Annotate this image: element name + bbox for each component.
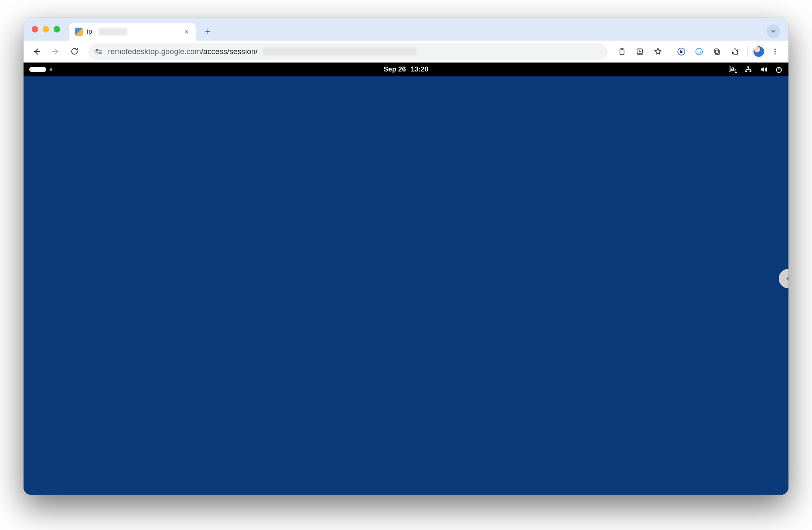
star-icon — [654, 47, 662, 56]
url-redacted-segment — [263, 48, 417, 55]
extensions-button[interactable] — [727, 44, 743, 59]
toolbar-divider — [747, 46, 748, 57]
arrow-left-icon — [32, 47, 41, 56]
svg-point-9 — [700, 50, 701, 51]
svg-point-14 — [774, 53, 775, 54]
svg-rect-10 — [716, 50, 719, 54]
window-close-button[interactable] — [32, 26, 38, 32]
browser-tab-active[interactable]: ip- — [69, 23, 196, 41]
tab-title: ip- — [87, 28, 95, 36]
window-controls — [32, 18, 60, 41]
profile-avatar-button[interactable] — [753, 45, 765, 58]
window-zoom-button[interactable] — [54, 26, 60, 32]
nav-reload-button[interactable] — [67, 44, 82, 59]
workspace-dot-icon — [50, 68, 52, 71]
remote-desktop-canvas[interactable] — [24, 76, 788, 495]
chevron-down-icon — [770, 28, 777, 35]
browser-window: ip- — [24, 18, 788, 495]
reload-icon — [70, 47, 79, 56]
svg-point-7 — [696, 48, 703, 55]
tab-title-redacted — [99, 28, 127, 35]
remote-top-bar: Sep 26 13:20 ja1 — [24, 63, 788, 76]
remote-activities-corner[interactable] — [29, 67, 52, 72]
svg-point-8 — [698, 50, 698, 51]
browser-menu-button[interactable] — [767, 44, 783, 59]
clipboard-button[interactable] — [614, 44, 630, 59]
arrow-right-icon — [51, 47, 60, 56]
volume-icon[interactable] — [760, 65, 768, 74]
browser-toolbar: remotedesktop.google.com/access/session/ — [24, 41, 788, 63]
url-text: remotedesktop.google.com/access/session/ — [108, 47, 258, 56]
plus-icon — [205, 28, 211, 35]
tab-search-button[interactable] — [767, 24, 780, 38]
remote-time: 13:20 — [411, 65, 428, 74]
power-icon[interactable] — [775, 66, 783, 74]
activities-pill-icon — [29, 67, 46, 72]
remote-status-area[interactable]: ja1 — [729, 65, 783, 74]
copy-icon — [713, 48, 721, 56]
new-tab-button[interactable] — [201, 24, 215, 39]
nav-back-button[interactable] — [29, 44, 45, 59]
downloads-button[interactable] — [632, 44, 648, 59]
close-icon — [184, 29, 189, 35]
remote-date: Sep 26 — [384, 65, 406, 74]
bookmark-button[interactable] — [650, 44, 665, 59]
clipboard-icon — [618, 48, 626, 56]
svg-rect-17 — [749, 71, 751, 72]
window-minimize-button[interactable] — [43, 26, 49, 32]
ime-indicator[interactable]: ja1 — [729, 65, 737, 74]
tab-close-button[interactable] — [182, 27, 191, 36]
svg-rect-16 — [745, 71, 747, 72]
copy-button[interactable] — [709, 44, 725, 59]
svg-rect-15 — [747, 67, 749, 68]
extension-privacy-button[interactable] — [674, 44, 689, 59]
nav-forward-button[interactable] — [48, 44, 63, 59]
site-info-button[interactable] — [94, 48, 103, 55]
svg-point-13 — [774, 51, 775, 52]
download-icon — [636, 48, 644, 56]
toolbar-right — [614, 44, 783, 59]
remote-desktop-favicon-icon — [75, 28, 83, 36]
chevron-left-icon — [784, 275, 788, 283]
face-icon — [695, 47, 704, 56]
address-bar[interactable]: remotedesktop.google.com/access/session/ — [89, 43, 608, 60]
extension-face-button[interactable] — [691, 44, 707, 59]
svg-rect-6 — [680, 51, 682, 53]
tune-icon — [95, 48, 103, 55]
remote-desktop-viewport[interactable]: Sep 26 13:20 ja1 — [24, 63, 788, 495]
privacy-badge-icon — [677, 47, 686, 56]
svg-point-12 — [774, 48, 775, 50]
svg-rect-11 — [715, 49, 718, 53]
remote-clock[interactable]: Sep 26 13:20 — [384, 65, 428, 74]
kebab-icon — [771, 48, 779, 56]
network-icon[interactable] — [744, 65, 752, 74]
tab-strip: ip- — [24, 18, 788, 41]
puzzle-icon — [731, 48, 739, 56]
